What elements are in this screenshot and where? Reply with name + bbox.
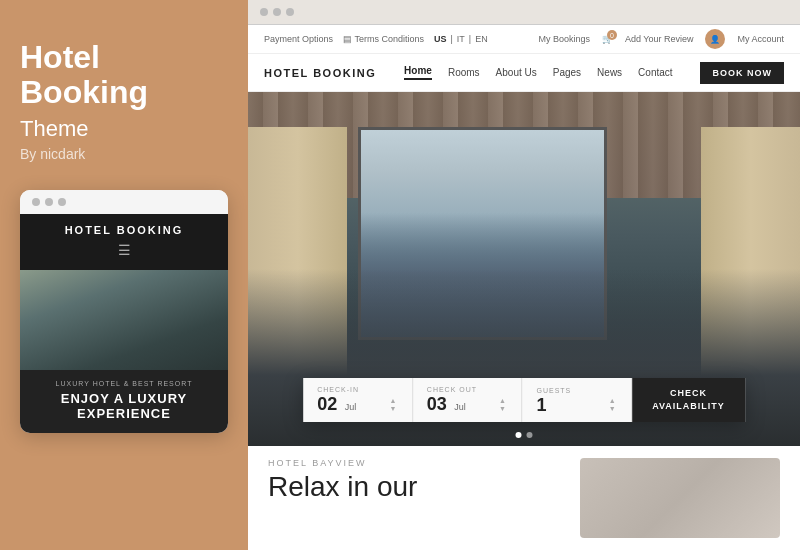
- lang-us[interactable]: US: [434, 34, 447, 44]
- user-account-label[interactable]: My Account: [737, 34, 784, 44]
- top-bar-left: Payment Options ▤ Terms Conditions US | …: [264, 34, 488, 44]
- mobile-hero-scene: [20, 270, 228, 370]
- dot-1: [32, 198, 40, 206]
- nav-rooms[interactable]: Rooms: [448, 67, 480, 78]
- user-avatar[interactable]: 👤: [705, 29, 725, 49]
- bottom-subtitle: HOTEL BAYVIEW: [268, 458, 560, 468]
- checkin-day: 02: [317, 394, 337, 414]
- guests-num: 1: [536, 396, 546, 414]
- mobile-hero-big-text: ENJOY A LUXURY EXPERIENCE: [32, 391, 216, 421]
- browser-dot-1: [260, 8, 268, 16]
- browser-dot-3: [286, 8, 294, 16]
- checkout-month: Jul: [454, 402, 466, 412]
- main-title: Hotel Booking: [20, 40, 228, 110]
- language-selector[interactable]: US | IT | EN: [434, 34, 488, 44]
- mobile-menu-icon: ☰: [32, 242, 216, 258]
- checkin-up-arrow[interactable]: ▲: [388, 398, 398, 404]
- dot-3: [58, 198, 66, 206]
- bottom-left: HOTEL BAYVIEW Relax in our: [268, 458, 560, 503]
- payment-options-link[interactable]: Payment Options: [264, 34, 333, 44]
- hamburger-icon: ☰: [118, 242, 131, 258]
- mobile-inner: HOTEL BOOKING ☰: [20, 214, 228, 270]
- mobile-preview-card: HOTEL BOOKING ☰ LUXURY HOTEL & BEST RESO…: [20, 190, 228, 433]
- checkout-up-arrow[interactable]: ▲: [497, 398, 507, 404]
- hero-dots: [516, 432, 533, 438]
- browser-dot-2: [273, 8, 281, 16]
- checkout-day: 03: [427, 394, 447, 414]
- my-bookings-link[interactable]: My Bookings: [538, 34, 590, 44]
- guests-field: GUESTS 1 ▲ ▼: [522, 378, 632, 422]
- nav-links: Home Rooms About Us Pages News Contact: [404, 65, 672, 80]
- nav-about[interactable]: About Us: [496, 67, 537, 78]
- guests-arrows[interactable]: ▲ ▼: [607, 398, 617, 412]
- checkin-value: 02 Jul ▲ ▼: [317, 395, 398, 414]
- mobile-card-header: [20, 190, 228, 214]
- checkin-month: Jul: [345, 402, 357, 412]
- top-bar: Payment Options ▤ Terms Conditions US | …: [248, 25, 800, 54]
- guests-down-arrow[interactable]: ▼: [607, 406, 617, 412]
- lang-it[interactable]: IT: [457, 34, 465, 44]
- mobile-hero-small-text: LUXURY HOTEL & BEST RESORT: [32, 380, 216, 387]
- guests-value: 1 ▲ ▼: [536, 396, 617, 414]
- main-nav: HOTEL BOOKING Home Rooms About Us Pages …: [248, 54, 800, 92]
- nav-pages[interactable]: Pages: [553, 67, 581, 78]
- hero-section: CHECK-IN 02 Jul ▲ ▼ CHECK OUT: [248, 92, 800, 446]
- mobile-hero-image: [20, 270, 228, 370]
- checkout-value: 03 Jul ▲ ▼: [427, 395, 508, 414]
- checkin-arrows[interactable]: ▲ ▼: [388, 398, 398, 412]
- dot-2: [45, 198, 53, 206]
- check-availability-button[interactable]: CHECK AVAILABILITY: [632, 378, 745, 422]
- cart-count: 0: [607, 30, 617, 40]
- checkout-arrows[interactable]: ▲ ▼: [497, 398, 507, 412]
- book-now-button[interactable]: BOOK NOW: [700, 62, 784, 84]
- terms-conditions-link[interactable]: ▤ Terms Conditions: [343, 34, 424, 44]
- hero-dot-2[interactable]: [527, 432, 533, 438]
- add-review-link[interactable]: Add Your Review: [625, 34, 694, 44]
- nav-news[interactable]: News: [597, 67, 622, 78]
- bottom-title: Relax in our: [268, 472, 560, 503]
- nav-home[interactable]: Home: [404, 65, 432, 80]
- cart-icon[interactable]: 🛒 0: [602, 34, 613, 44]
- checkin-field: CHECK-IN 02 Jul ▲ ▼: [303, 378, 413, 422]
- booking-bar: CHECK-IN 02 Jul ▲ ▼ CHECK OUT: [303, 378, 745, 422]
- left-panel: Hotel Booking Theme By nicdark HOTEL BOO…: [0, 0, 248, 550]
- bottom-room-image: [580, 458, 780, 538]
- checkout-field: CHECK OUT 03 Jul ▲ ▼: [413, 378, 523, 422]
- right-panel: Payment Options ▤ Terms Conditions US | …: [248, 0, 800, 550]
- lang-en[interactable]: EN: [475, 34, 488, 44]
- bottom-section: HOTEL BAYVIEW Relax in our: [248, 446, 800, 550]
- nav-contact[interactable]: Contact: [638, 67, 672, 78]
- checkin-label: CHECK-IN: [317, 386, 398, 393]
- top-bar-right: My Bookings 🛒 0 Add Your Review 👤 My Acc…: [538, 29, 784, 49]
- browser-chrome: [248, 0, 800, 25]
- room-thumbnail: [580, 458, 780, 538]
- hero-dot-1[interactable]: [516, 432, 522, 438]
- guests-label: GUESTS: [536, 387, 617, 394]
- checkout-label: CHECK OUT: [427, 386, 508, 393]
- nav-brand: HOTEL BOOKING: [264, 67, 376, 79]
- by-line: By nicdark: [20, 146, 228, 162]
- mobile-brand: HOTEL BOOKING: [32, 224, 216, 236]
- checkout-down-arrow[interactable]: ▼: [497, 406, 507, 412]
- guests-up-arrow[interactable]: ▲: [607, 398, 617, 404]
- sub-title: Theme: [20, 116, 228, 142]
- website-preview: Payment Options ▤ Terms Conditions US | …: [248, 25, 800, 550]
- mobile-hero-text: LUXURY HOTEL & BEST RESORT ENJOY A LUXUR…: [20, 370, 228, 433]
- checkin-down-arrow[interactable]: ▼: [388, 406, 398, 412]
